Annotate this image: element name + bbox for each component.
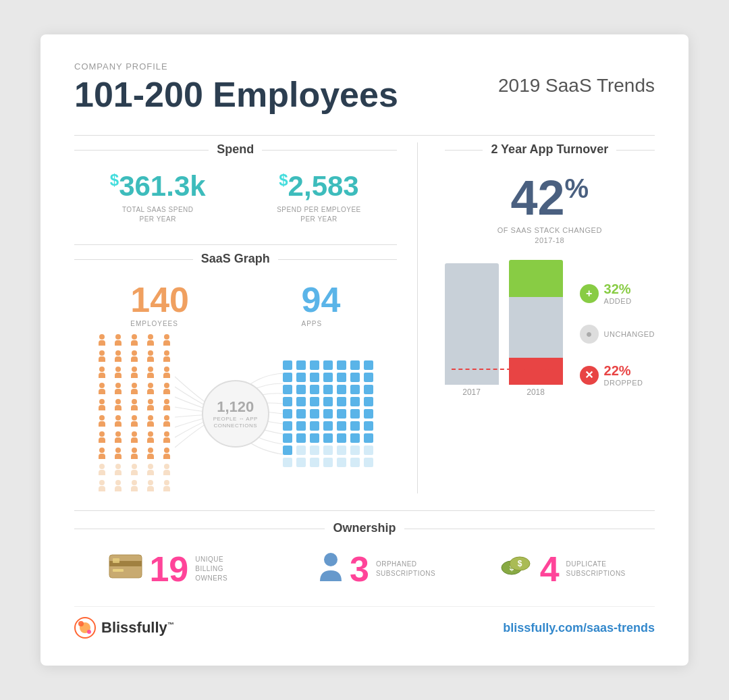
app-square (310, 409, 319, 419)
person-icon (113, 399, 124, 412)
app-square (283, 409, 292, 419)
duplicate-subscriptions: $ $ 4 DUPLICATESUBSCRIPTIONS (500, 549, 620, 589)
duplicate-count: 4 (540, 549, 560, 589)
person-icon (113, 464, 124, 477)
person-icon (97, 480, 107, 493)
people-app-visual: 1,120 PEOPLE ↔ APPCONNECTIONS (74, 334, 397, 493)
person-icon (145, 448, 156, 461)
person-icon (129, 399, 140, 412)
person-icon (145, 367, 156, 380)
duplicate-label: DUPLICATESUBSCRIPTIONS (566, 560, 620, 578)
app-square (323, 446, 333, 455)
app-square (364, 409, 373, 419)
person-icon (129, 383, 140, 396)
svg-rect-3 (113, 558, 119, 563)
connection-area: 1,120 PEOPLE ↔ APPCONNECTIONS (175, 370, 283, 458)
app-square (323, 397, 333, 406)
app-square (283, 373, 292, 382)
person-icon (113, 334, 124, 348)
app-square (323, 409, 333, 419)
svg-point-12 (87, 630, 91, 634)
app-square (364, 421, 373, 431)
app-square (337, 421, 346, 431)
app-square (337, 458, 346, 467)
apps-label: APPS (301, 320, 340, 327)
person-icon (145, 350, 156, 364)
bar-unchanged (509, 297, 563, 358)
person-icon (161, 334, 172, 348)
billing-label: UNIQUE BILLINGOWNERS (195, 555, 249, 583)
connections-count: 1,120 (217, 398, 254, 416)
person-icon (97, 367, 107, 380)
app-square (310, 385, 319, 394)
per-employee-label: SPEND PER EMPLOYEEPER YEAR (277, 205, 361, 224)
app-square (350, 385, 360, 394)
person-icon (129, 367, 140, 380)
total-spend-amount: $361.3k (110, 170, 206, 203)
dropped-label: DROPPED (604, 379, 643, 387)
person-icon (129, 415, 140, 429)
person-icon (161, 480, 172, 493)
person-icon (129, 334, 140, 348)
unchanged-label: UNCHANGED (604, 330, 655, 338)
app-square (296, 373, 306, 382)
dashed-line (452, 369, 560, 370)
legend-dropped: ✕ 22% DROPPED (580, 363, 655, 387)
app-square (310, 397, 319, 406)
person-icon (97, 448, 107, 461)
dropped-pct: 22% (604, 363, 643, 379)
left-column: Spend $361.3k TOTAL SAAS SPENDPER YEAR $… (74, 142, 418, 493)
year-2018-label: 2018 (526, 387, 545, 397)
main-card: COMPANY PROFILE 101-200 Employees 2019 S… (40, 34, 688, 666)
app-square (296, 433, 306, 443)
app-square (323, 385, 333, 394)
orphaned-count: 3 (350, 549, 369, 589)
employees-label: EMPLOYEES (130, 320, 189, 327)
apps-stat: 94 APPS (301, 279, 340, 327)
person-icon (145, 464, 156, 477)
app-square (364, 397, 373, 406)
bar-2017-container: 2017 (445, 263, 499, 397)
people-grid (97, 334, 175, 493)
person-icon (161, 367, 172, 380)
person-icon (161, 415, 172, 429)
app-square (350, 373, 360, 382)
app-square (296, 397, 306, 406)
app-square (310, 360, 319, 370)
ownership-title: Ownership (74, 521, 655, 535)
svg-text:$: $ (517, 559, 522, 568)
logo-text: Blissfully™ (101, 619, 174, 637)
dollar-sign-1: $ (110, 171, 119, 189)
person-icon (161, 448, 172, 461)
blissfully-logo-icon (74, 617, 96, 639)
svg-point-4 (324, 553, 338, 566)
app-square (283, 446, 292, 455)
person-icon (145, 334, 156, 348)
total-spend: $361.3k TOTAL SAAS SPENDPER YEAR (110, 170, 206, 224)
app-square (296, 421, 306, 431)
app-square (337, 385, 346, 394)
footer-url[interactable]: blissfully.com/saas-trends (503, 621, 655, 635)
graph-stats: 140 EMPLOYEES 94 APPS (74, 279, 397, 327)
person-icon (113, 367, 124, 380)
app-square (364, 458, 373, 467)
added-label: ADDED (604, 297, 632, 305)
saas-graph-section: SaaS Graph 140 EMPLOYEES 94 APPS (74, 252, 397, 493)
app-square (296, 409, 306, 419)
person-icon (97, 350, 107, 364)
app-square (296, 385, 306, 394)
person-icon (113, 431, 124, 445)
dropped-text: 22% DROPPED (604, 363, 643, 387)
apps-grid (283, 360, 375, 467)
person-icon (145, 415, 156, 429)
app-square (350, 446, 360, 455)
app-square (283, 385, 292, 394)
per-employee-spend: $2,583 SPEND PER EMPLOYEEPER YEAR (277, 170, 361, 224)
right-column: 2 Year App Turnover 42% OF SAAS STACK CH… (418, 142, 655, 493)
bar-2017 (445, 263, 499, 385)
app-square (337, 397, 346, 406)
person-icon (129, 350, 140, 364)
turnover-section: 2 Year App Turnover 42% OF SAAS STACK CH… (445, 142, 655, 246)
person-icon (113, 448, 124, 461)
app-square (283, 360, 292, 370)
